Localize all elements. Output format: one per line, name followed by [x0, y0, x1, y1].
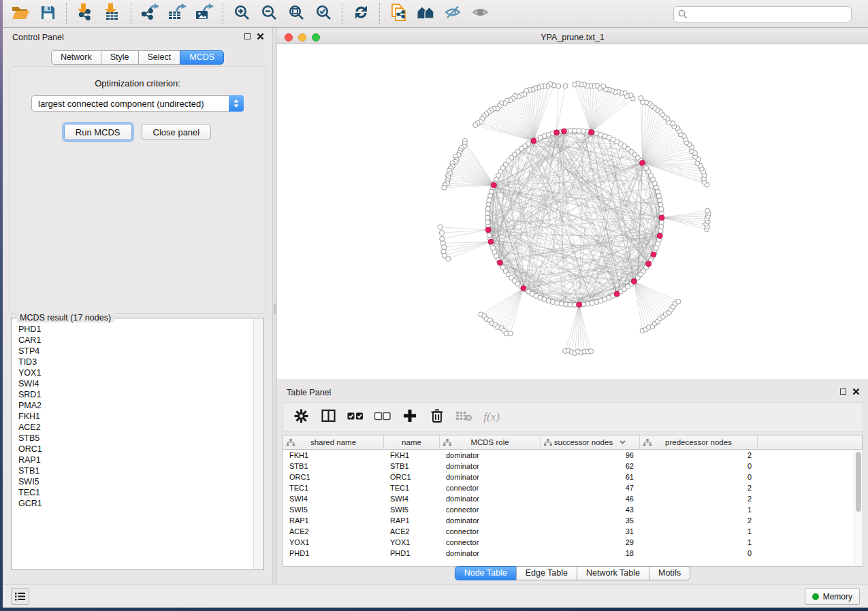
cell[interactable]: 0 — [640, 548, 758, 559]
close-panel-icon[interactable] — [257, 33, 264, 40]
table-row[interactable]: PHD1PHD1dominator180 — [283, 548, 863, 559]
cell[interactable]: connector — [440, 504, 541, 515]
zoom-out-button[interactable] — [255, 1, 283, 26]
close-table-panel-icon[interactable] — [852, 388, 860, 395]
show-all-button[interactable] — [466, 1, 494, 26]
tab-network-table[interactable]: Network Table — [577, 566, 649, 580]
cell[interactable]: SWI5 — [283, 504, 384, 515]
import-network-button[interactable] — [71, 1, 99, 26]
cell[interactable]: dominator — [440, 493, 541, 504]
window-minimize-icon[interactable] — [298, 33, 306, 42]
cell[interactable]: FKH1 — [384, 450, 440, 461]
list-item[interactable]: PHD1 — [18, 324, 253, 335]
table-scrollbar[interactable] — [854, 450, 863, 566]
delete-column-button[interactable] — [430, 410, 445, 425]
tab-style[interactable]: Style — [101, 50, 139, 65]
cell[interactable]: PHD1 — [283, 548, 384, 559]
cell[interactable]: TEC1 — [283, 482, 384, 493]
mcds-list-scrollbar[interactable] — [253, 319, 263, 569]
cell[interactable]: connector — [440, 526, 541, 537]
add-column-button[interactable] — [402, 410, 417, 425]
settings-gear-button[interactable] — [293, 410, 308, 425]
network-canvas[interactable] — [277, 44, 868, 379]
cell[interactable]: 31 — [541, 526, 640, 537]
cell[interactable]: 2 — [640, 515, 758, 526]
cell[interactable]: ORC1 — [384, 472, 440, 482]
list-item[interactable]: RAP1 — [18, 455, 253, 465]
export-image-button[interactable] — [191, 1, 218, 26]
tab-edge-table[interactable]: Edge Table — [516, 566, 577, 580]
list-item[interactable]: GCR1 — [18, 498, 253, 509]
cell[interactable]: dominator — [440, 515, 541, 526]
mcds-node[interactable] — [553, 130, 559, 135]
cell[interactable]: 2 — [640, 493, 758, 504]
network-graph[interactable] — [277, 44, 868, 379]
table-scrollbar-thumb[interactable] — [856, 452, 861, 512]
cell[interactable]: 29 — [541, 537, 640, 548]
cell[interactable]: connector — [440, 482, 541, 493]
table-row[interactable]: ORC1ORC1dominator610 — [283, 472, 863, 482]
mcds-node[interactable] — [491, 182, 496, 188]
optimization-criterion-dropdown[interactable]: largest connected component (undirected) — [31, 95, 244, 112]
cell[interactable]: RAP1 — [384, 515, 440, 526]
zoom-selected-button[interactable] — [310, 1, 337, 26]
cell[interactable]: ORC1 — [283, 472, 384, 482]
cell[interactable]: 96 — [541, 450, 640, 461]
mcds-node[interactable] — [531, 138, 536, 144]
task-history-button[interactable] — [11, 588, 29, 605]
refresh-layout-button[interactable] — [347, 1, 374, 26]
cell[interactable]: 1 — [640, 537, 758, 548]
list-item[interactable]: PMA2 — [18, 400, 253, 411]
close-panel-button[interactable]: Close panel — [142, 124, 212, 140]
column-header-successor-nodes[interactable]: successor nodes — [541, 435, 640, 449]
cell[interactable]: 47 — [541, 482, 640, 493]
cell[interactable]: dominator — [440, 472, 541, 482]
mcds-node[interactable] — [651, 252, 656, 257]
mcds-node[interactable] — [521, 286, 526, 291]
list-item[interactable]: FKH1 — [18, 411, 253, 422]
cell[interactable]: PHD1 — [384, 548, 440, 559]
table-row[interactable]: ACE2ACE2connector311 — [283, 526, 863, 537]
cell[interactable]: 18 — [541, 548, 640, 559]
list-item[interactable]: TEC1 — [18, 487, 253, 498]
cell[interactable]: 35 — [541, 515, 640, 526]
mcds-node[interactable] — [657, 233, 662, 239]
export-network-button[interactable] — [136, 1, 163, 26]
tab-node-table[interactable]: Node Table — [455, 566, 517, 580]
list-item[interactable]: STB5 — [18, 433, 253, 444]
table-row[interactable]: FKH1FKH1dominator962 — [283, 450, 863, 461]
cell[interactable]: STB1 — [283, 461, 384, 472]
cell[interactable]: dominator — [440, 461, 541, 472]
mcds-result-list[interactable]: PHD1CAR1STP4TID3YOX1SWI4SRD1PMA2FKH1ACE2… — [13, 320, 253, 568]
mcds-node[interactable] — [485, 227, 491, 233]
save-session-button[interactable] — [34, 1, 61, 26]
import-table-button[interactable] — [99, 1, 126, 26]
cell[interactable]: ACE2 — [384, 526, 440, 537]
cell[interactable]: dominator — [440, 450, 541, 461]
mcds-node[interactable] — [640, 160, 645, 165]
first-neighbors-button[interactable] — [412, 1, 439, 26]
cell[interactable]: 0 — [640, 461, 758, 472]
list-item[interactable]: ACE2 — [18, 422, 253, 433]
cell[interactable]: 61 — [541, 472, 640, 482]
window-maximize-icon[interactable] — [312, 33, 320, 42]
window-close-icon[interactable] — [285, 33, 293, 42]
mcds-node[interactable] — [588, 129, 594, 135]
hide-selected-button[interactable] — [439, 1, 466, 26]
table-row[interactable]: YOX1YOX1connector291 — [283, 537, 863, 548]
export-table-button[interactable] — [163, 1, 191, 26]
tab-select[interactable]: Select — [138, 50, 181, 65]
cell[interactable]: 62 — [541, 461, 640, 472]
cell[interactable]: SWI4 — [384, 493, 440, 504]
list-item[interactable]: CAR1 — [18, 335, 253, 346]
cell[interactable]: FKH1 — [283, 450, 384, 461]
float-table-panel-icon[interactable] — [840, 389, 846, 395]
cell[interactable]: 1 — [640, 526, 758, 537]
list-item[interactable]: TID3 — [18, 357, 253, 367]
cell[interactable]: SWI5 — [384, 504, 440, 515]
table-row[interactable]: STB1STB1dominator620 — [283, 461, 863, 472]
cell[interactable]: RAP1 — [283, 515, 384, 526]
zoom-fit-button[interactable] — [283, 1, 310, 26]
column-header-name[interactable]: name — [384, 435, 440, 449]
column-header-predecessor-nodes[interactable]: predecessor nodes — [640, 435, 758, 449]
